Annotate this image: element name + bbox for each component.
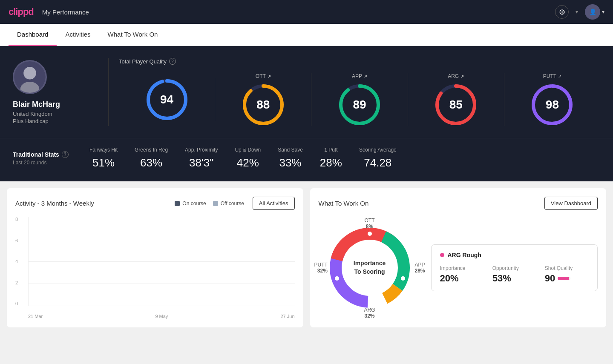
shot-quality-value: 90 <box>545 273 555 284</box>
what-to-work-on-panel: What To Work On View Dashboard <box>310 188 607 327</box>
score-circles: 94 OTT ↗ 88 AP <box>119 73 600 126</box>
red-dot-icon <box>440 253 444 257</box>
stat-app-proximity-label: App. Proximity <box>185 147 218 153</box>
y-label-6: 6 <box>15 238 18 243</box>
what-to-work-on-title: What To Work On <box>319 200 369 207</box>
y-label-4: 4 <box>15 259 18 264</box>
app-score-value: 89 <box>353 98 366 112</box>
main-score-item: 94 <box>119 78 215 121</box>
y-label-8: 8 <box>15 217 18 222</box>
stat-1-putt-label: 1 Putt <box>320 147 342 153</box>
legend-on-dot <box>175 201 180 206</box>
header-title: My Performance <box>42 9 89 16</box>
stat-sand-save-label: Sand Save <box>278 147 303 153</box>
trad-sublabel: Last 20 rounds <box>13 160 72 166</box>
quality-section: Total Player Quality ? 94 OTT ↗ <box>119 58 600 126</box>
x-label-mar: 21 Mar <box>28 314 43 319</box>
grid-line-6 <box>29 239 295 239</box>
stat-up-down-label: Up & Down <box>235 147 261 153</box>
shot-quality-label: Shot Quality <box>545 265 589 271</box>
opportunity-stat: Opportunity 53% <box>492 265 536 284</box>
shot-quality-stat: Shot Quality 90 <box>545 265 589 284</box>
importance-value: 20% <box>440 273 484 284</box>
work-stats: Importance 20% Opportunity 53% Shot Qual… <box>440 265 589 284</box>
arg-circle: 85 <box>435 83 477 126</box>
shot-quality-bar-fill <box>558 277 569 280</box>
activity-panel: Activity - 3 Months - Weekly On course O… <box>7 188 303 327</box>
header-right: ⊕ ▾ 👤 ▾ <box>555 4 604 20</box>
shot-quality-bar-bg <box>558 277 570 280</box>
tab-what-to-work-on[interactable]: What To Work On <box>99 24 167 46</box>
chart-grid-area <box>28 217 295 306</box>
legend-off-dot <box>213 201 218 206</box>
activity-controls: On course Off course All Activities <box>175 197 294 210</box>
add-chevron: ▾ <box>576 9 578 15</box>
stat-sand-save: Sand Save 33% <box>278 147 303 169</box>
app-score-item: APP ↗ 89 <box>311 73 408 126</box>
putt-donut-label: PUTT32% <box>314 262 328 274</box>
what-to-work-on-header: What To Work On View Dashboard <box>319 197 598 210</box>
stat-1-putt-value: 28% <box>320 156 342 169</box>
trad-label-section: Traditional Stats ? Last 20 rounds <box>13 151 72 166</box>
avatar-chevron: ▾ <box>602 9 604 15</box>
arg-score-item: ARG ↗ 85 <box>408 73 504 126</box>
user-avatar-button[interactable]: 👤 ▾ <box>585 4 604 20</box>
main-score-circle: 94 <box>146 78 188 121</box>
svg-point-20 <box>335 276 339 281</box>
trad-label: Traditional Stats ? <box>13 151 72 158</box>
importance-stat: Importance 20% <box>440 265 484 284</box>
grid-line-8 <box>29 217 295 217</box>
avatar: 👤 <box>585 4 600 20</box>
player-country: United Kingdom <box>13 111 98 117</box>
arg-score-value: 85 <box>449 98 463 112</box>
stat-scoring-average: Scoring Average 74.28 <box>359 147 397 169</box>
ott-donut-label: OTT8% <box>365 218 375 229</box>
player-info: Blair McHarg United Kingdom Plus Handica… <box>13 60 98 124</box>
stat-scoring-average-value: 74.28 <box>359 156 397 169</box>
add-button[interactable]: ⊕ <box>555 5 569 19</box>
putt-label: PUTT ↗ <box>543 73 561 79</box>
all-activities-button[interactable]: All Activities <box>253 197 295 210</box>
activity-chart-title: Activity - 3 Months - Weekly <box>15 200 94 207</box>
trad-help-icon[interactable]: ? <box>62 151 69 158</box>
player-handicap: Plus Handicap <box>13 118 98 124</box>
stat-greens-in-reg: Greens In Reg 63% <box>135 147 168 169</box>
y-axis: 8 6 4 2 0 <box>15 217 20 306</box>
grid-line-2 <box>29 284 295 284</box>
arg-donut-label: ARG32% <box>364 307 375 319</box>
player-name: Blair McHarg <box>13 100 98 109</box>
stat-greens-in-reg-value: 63% <box>135 156 168 169</box>
putt-score-value: 98 <box>546 98 559 112</box>
player-avatar <box>13 60 47 94</box>
stat-up-down: Up & Down 42% <box>235 147 261 169</box>
donut-center-text: ImportanceTo Scoring <box>354 259 386 276</box>
ott-label: OTT ↗ <box>256 73 271 79</box>
stat-app-proximity-value: 38'3" <box>185 156 218 169</box>
header-left: clippd My Performance <box>9 6 89 17</box>
divider-vertical <box>108 58 109 126</box>
stat-up-down-value: 42% <box>235 156 261 169</box>
legend-off-course: Off course <box>213 201 244 206</box>
x-label-may: 9 May <box>155 314 168 319</box>
svg-point-1 <box>23 66 36 79</box>
svg-point-18 <box>401 276 405 281</box>
work-on-card-title: ARG Rough <box>440 252 589 258</box>
tab-activities[interactable]: Activities <box>57 24 99 46</box>
x-label-jun: 27 Jun <box>280 314 294 319</box>
app-circle: 89 <box>338 83 381 126</box>
y-label-0: 0 <box>15 301 18 306</box>
x-axis: 21 Mar 9 May 27 Jun <box>28 314 295 319</box>
putt-score-item: PUTT ↗ 98 <box>504 73 600 126</box>
opportunity-value: 53% <box>492 273 536 284</box>
donut-area: ImportanceTo Scoring OTT8% APP28% ARG32%… <box>319 217 598 319</box>
stat-fairways-hit-value: 51% <box>89 156 118 169</box>
stat-1-putt: 1 Putt 28% <box>320 147 342 169</box>
legend-on-course: On course <box>175 201 206 206</box>
chart-legend: On course Off course <box>175 201 244 206</box>
grid-line-4 <box>29 261 295 262</box>
tab-dashboard[interactable]: Dashboard <box>9 24 57 46</box>
shot-quality-bar: 90 <box>545 273 570 284</box>
view-dashboard-button[interactable]: View Dashboard <box>544 197 598 210</box>
quality-label: Total Player Quality ? <box>119 58 600 65</box>
help-icon[interactable]: ? <box>169 58 176 65</box>
